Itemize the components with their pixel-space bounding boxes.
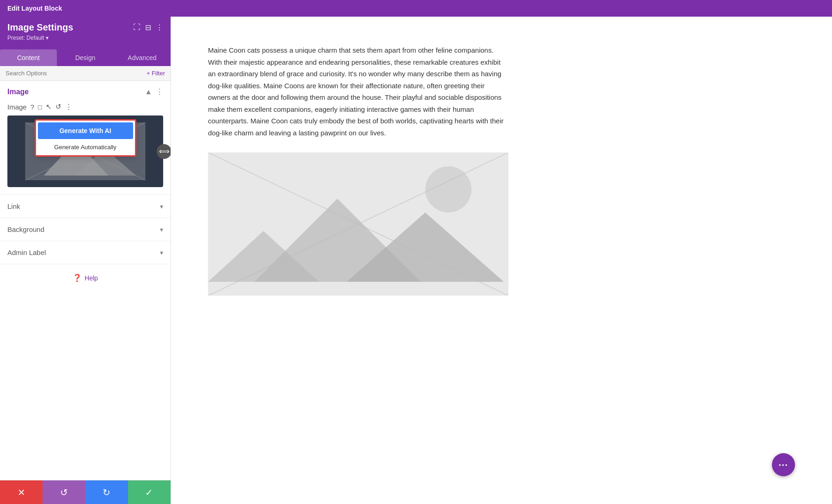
resize-icon: ⟺ [159, 147, 170, 156]
link-section-title: Link [7, 202, 20, 210]
sidebar-content: Image ▲ ⋮ Image ? □ ↖ ↺ ⋮ [0, 81, 171, 480]
main-layout: Image Settings ⛶ ⊟ ⋮ Preset: Default ▾ C… [0, 17, 832, 504]
fab[interactable]: ●●● [772, 453, 795, 476]
content-image-placeholder [208, 152, 508, 296]
sidebar-preset: Preset: Default ▾ [7, 35, 163, 41]
link-chevron: ▾ [160, 203, 163, 210]
generate-automatically-button[interactable]: Generate Automatically [38, 142, 133, 153]
admin-label-chevron: ▾ [160, 249, 163, 256]
help-icon[interactable]: ? [31, 103, 34, 111]
resize-handle[interactable]: ⟺ [157, 144, 171, 159]
admin-label-section-header[interactable]: Admin Label ▾ [0, 241, 171, 264]
tab-advanced[interactable]: Advanced [114, 49, 171, 66]
redo-button[interactable]: ↻ [86, 480, 128, 504]
image-section-header[interactable]: Image ▲ ⋮ [0, 81, 171, 103]
ai-dropdown: Generate With AI Generate Automatically [35, 119, 136, 157]
mobile-preview-icon[interactable]: □ [38, 103, 42, 111]
link-section: Link ▾ [0, 195, 171, 218]
save-icon: ✓ [145, 487, 153, 498]
cancel-icon: ✕ [18, 487, 25, 498]
image-section-right: ▲ ⋮ [145, 87, 163, 96]
tab-content[interactable]: Content [0, 49, 57, 66]
filter-button[interactable]: + Filter [147, 70, 165, 77]
admin-label-section: Admin Label ▾ [0, 241, 171, 264]
search-filter-row: + Filter [0, 66, 171, 81]
fab-icon: ●●● [779, 463, 789, 467]
redo-icon: ↻ [103, 487, 110, 498]
image-label: Image [7, 103, 27, 111]
cancel-button[interactable]: ✕ [0, 480, 43, 504]
sidebar-title: Image Settings [7, 22, 73, 33]
link-section-header[interactable]: Link ▾ [0, 195, 171, 218]
layout-icon[interactable]: ⊟ [145, 23, 151, 32]
help-label: Help [85, 274, 98, 282]
undo-icon: ↺ [60, 487, 68, 498]
image-toolbar: Image ? □ ↖ ↺ ⋮ [0, 103, 171, 115]
bottom-toolbar: ✕ ↺ ↻ ✓ [0, 480, 171, 504]
save-button[interactable]: ✓ [128, 480, 171, 504]
help-circle-icon: ❓ [73, 273, 82, 282]
search-input[interactable] [6, 70, 143, 77]
top-bar-title: Edit Layout Block [7, 5, 62, 12]
help-section[interactable]: ❓ Help [0, 264, 171, 291]
admin-label-section-title: Admin Label [7, 249, 46, 256]
tab-design[interactable]: Design [57, 49, 114, 66]
sidebar-title-row: Image Settings ⛶ ⊟ ⋮ [7, 22, 163, 33]
preset-link[interactable]: Preset: Default [7, 35, 44, 41]
sidebar-tabs: Content Design Advanced [0, 49, 171, 66]
cursor-icon[interactable]: ↖ [46, 103, 52, 111]
background-chevron: ▾ [160, 226, 163, 233]
sidebar: Image Settings ⛶ ⊟ ⋮ Preset: Default ▾ C… [0, 17, 171, 504]
collapse-icon[interactable]: ▲ [145, 88, 152, 96]
generate-with-ai-button[interactable]: Generate With AI [38, 122, 133, 139]
image-section-title: Image [7, 88, 29, 96]
background-section: Background ▾ [0, 218, 171, 241]
sidebar-header: Image Settings ⛶ ⊟ ⋮ Preset: Default ▾ [0, 17, 171, 49]
undo-button[interactable]: ↺ [43, 480, 85, 504]
article-text: Maine Coon cats possess a unique charm t… [208, 44, 508, 139]
image-section-more-icon[interactable]: ⋮ [156, 87, 163, 96]
background-section-title: Background [7, 225, 44, 233]
background-section-header[interactable]: Background ▾ [0, 218, 171, 241]
more-options-icon[interactable]: ⋮ [156, 23, 163, 32]
image-more-icon[interactable]: ⋮ [65, 103, 72, 111]
image-placeholder-container: AI ✎ 🗑 ⧉ Generate With AI Generate Autom… [7, 115, 163, 187]
sidebar-title-icons: ⛶ ⊟ ⋮ [133, 23, 163, 32]
image-section: Image ▲ ⋮ Image ? □ ↖ ↺ ⋮ [0, 81, 171, 195]
content-area: Maine Coon cats possess a unique charm t… [171, 17, 832, 504]
fullscreen-icon[interactable]: ⛶ [133, 23, 141, 32]
reset-icon[interactable]: ↺ [55, 103, 61, 111]
top-bar: Edit Layout Block [0, 0, 832, 17]
